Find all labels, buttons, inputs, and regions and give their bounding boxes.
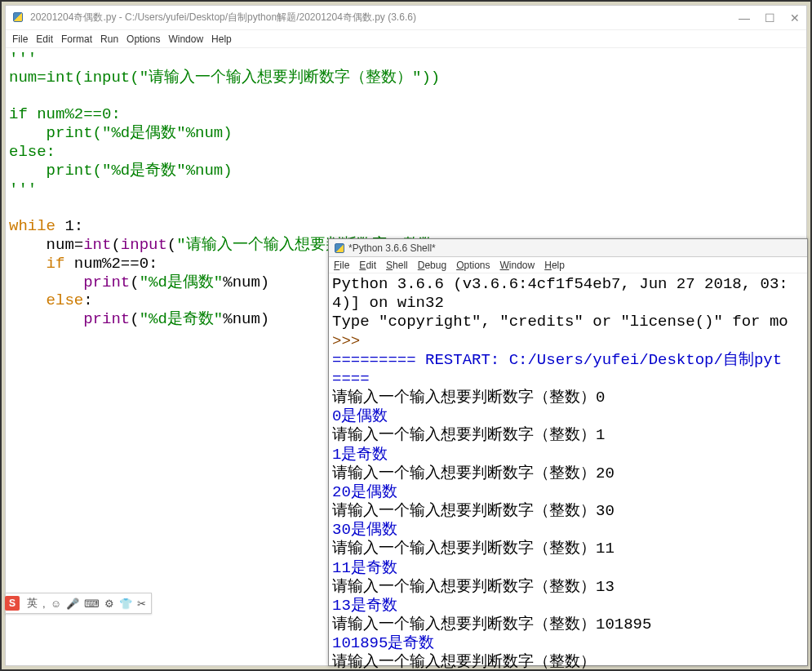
shell-menu-options[interactable]: Options (456, 260, 490, 271)
python-shell-icon (334, 242, 345, 254)
code-text: %num) (186, 162, 233, 180)
code-text (9, 291, 47, 309)
code-builtin: print (83, 310, 130, 328)
shell-prompt: >>> (332, 332, 370, 350)
ime-tool-icon[interactable]: ✂ (137, 598, 146, 610)
menu-edit[interactable]: Edit (36, 33, 53, 45)
code-text: ( (130, 69, 139, 87)
shell-io: 请输入一个输入想要判断数字（整数）0 0是偶数 请输入一个输入想要判断数字（整数… (332, 389, 651, 652)
window-controls: — ☐ ✕ (739, 11, 800, 24)
code-string: "%d是偶数" (140, 273, 224, 291)
shell-header: Type "copyright", "credits" or "license(… (332, 313, 788, 331)
code-text: num= (9, 236, 83, 254)
code-text: ( (130, 310, 139, 328)
code-text: : (83, 291, 92, 309)
shell-menubar: File Edit Shell Debug Options Window Hel… (329, 257, 807, 273)
code-line: ''' (9, 180, 37, 198)
code-text: num= (9, 69, 47, 87)
code-builtin: int (83, 236, 111, 254)
ime-settings-icon[interactable]: ⚙ (104, 598, 114, 610)
ime-voice-icon[interactable]: 🎤 (66, 598, 79, 610)
code-text: print( (9, 162, 102, 180)
code-text: ( (130, 273, 139, 291)
code-text: num%2==0: (64, 255, 158, 273)
code-text: %num) (223, 273, 269, 291)
code-line: ''' (9, 50, 37, 68)
code-string: "请输入一个输入想要判断数字（整数）" (140, 69, 422, 87)
shell-header: 4)] on win32 (332, 294, 444, 312)
ime-logo-icon[interactable]: S (5, 596, 20, 611)
menu-format[interactable]: Format (61, 33, 92, 45)
shell-menu-window[interactable]: Window (500, 260, 535, 271)
shell-menu-edit[interactable]: Edit (359, 260, 376, 271)
code-text: ( (111, 236, 120, 254)
code-string: "%d是奇数" (140, 310, 224, 328)
ime-punct-icon[interactable]: , (42, 598, 46, 610)
shell-title: *Python 3.6.6 Shell* (348, 242, 436, 254)
ime-skin-icon[interactable]: 👕 (119, 598, 132, 610)
shell-menu-file[interactable]: File (334, 260, 349, 271)
code-text (9, 255, 47, 273)
code-text: 1: (55, 217, 83, 235)
editor-titlebar: 20201204奇偶数.py - C:/Users/yufei/Desktop/… (6, 6, 806, 30)
shell-menu-help[interactable]: Help (544, 260, 565, 271)
menu-help[interactable]: Help (211, 33, 232, 45)
code-text: ( (74, 69, 83, 87)
python-file-icon (12, 11, 25, 24)
code-text: )) (421, 69, 440, 87)
editor-title: 20201204奇偶数.py - C:/Users/yufei/Desktop/… (30, 11, 739, 24)
shell-restart: ========= RESTART: C:/Users/yufei/Deskto… (332, 351, 782, 369)
shell-menu-shell[interactable]: Shell (386, 260, 408, 271)
code-builtin: input (83, 69, 130, 87)
minimize-button[interactable]: — (739, 11, 750, 24)
code-line: else: (9, 143, 55, 161)
code-builtin: print (83, 273, 130, 291)
ime-emoji-icon[interactable]: ☺ (51, 598, 61, 610)
code-keyword: if (47, 255, 65, 273)
ime-toolbar[interactable]: S 英 , ☺ 🎤 ⌨ ⚙ 👕 ✂ (5, 593, 152, 614)
menu-run[interactable]: Run (100, 33, 118, 45)
code-builtin: input (121, 236, 167, 254)
maximize-button[interactable]: ☐ (765, 11, 775, 24)
shell-restart: ==== (332, 370, 370, 388)
close-button[interactable]: ✕ (790, 11, 800, 24)
shell-window: *Python 3.6.6 Shell* File Edit Shell Deb… (328, 238, 808, 666)
ime-keyboard-icon[interactable]: ⌨ (84, 598, 100, 610)
code-text (9, 273, 83, 291)
code-text: ( (167, 236, 176, 254)
code-keyword: else (47, 291, 84, 309)
code-line: if num%2==0: (9, 105, 121, 123)
shell-input-prompt: 请输入一个输入想要判断数字（整数） (332, 653, 596, 671)
shell-output[interactable]: Python 3.6.6 (v3.6.6:4cf1f54eb7, Jun 27 … (329, 273, 807, 671)
menu-options[interactable]: Options (126, 33, 160, 45)
code-text: print( (9, 124, 102, 142)
code-text (9, 310, 83, 328)
shell-titlebar: *Python 3.6.6 Shell* (329, 239, 807, 257)
code-string: "%d是奇数" (102, 162, 186, 180)
code-builtin: int (47, 69, 74, 87)
editor-menubar: File Edit Format Run Options Window Help (6, 30, 806, 48)
menu-file[interactable]: File (12, 33, 28, 45)
ime-lang-label[interactable]: 英 (27, 596, 38, 611)
code-string: "%d是偶数" (102, 124, 186, 142)
code-text: %num) (186, 124, 233, 142)
code-keyword: while (9, 217, 55, 235)
menu-window[interactable]: Window (168, 33, 203, 45)
shell-menu-debug[interactable]: Debug (418, 260, 446, 271)
code-text: %num) (223, 310, 269, 328)
shell-header: Python 3.6.6 (v3.6.6:4cf1f54eb7, Jun 27 … (332, 275, 788, 293)
